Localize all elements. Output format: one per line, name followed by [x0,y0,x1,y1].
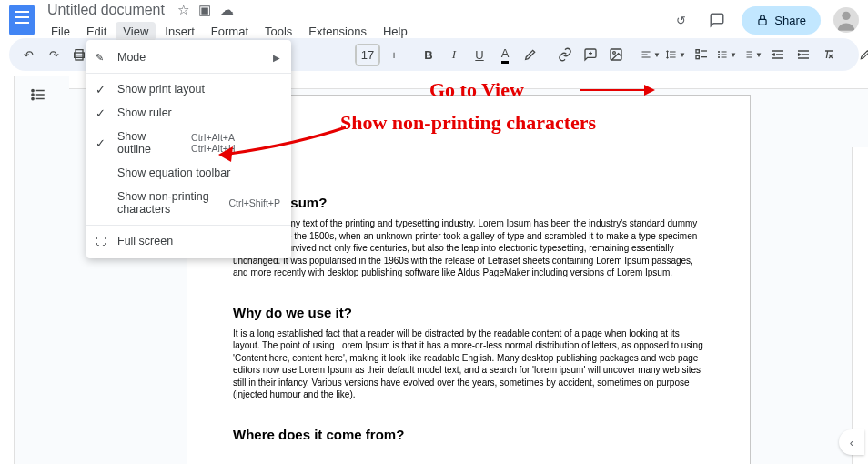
menu-insert[interactable]: Insert [157,22,202,41]
menu-separator [86,225,291,226]
star-icon[interactable]: ☆ [177,2,189,18]
bullet-list-button[interactable]: ▼ [715,43,739,66]
history-icon[interactable]: ↺ [669,8,692,32]
text-color-button[interactable]: A [493,43,517,66]
fullscreen-icon: ⛶ [96,236,106,247]
side-panel-toggle[interactable]: ‹ [839,429,864,455]
document-title[interactable]: Untitled document [44,0,168,20]
menu-view[interactable]: View [116,22,156,41]
ruler-vertical [0,76,15,464]
paragraph-1[interactable]: is simply dummy text of the printing and… [233,217,704,279]
svg-point-10 [719,57,720,58]
annotation-arrow-right [580,89,653,91]
menu-show-ruler-label: Show ruler [117,106,172,119]
submenu-icon: ▶ [273,53,280,63]
svg-point-13 [32,97,34,99]
numbered-list-button[interactable]: ▼ [741,43,764,66]
menu-show-outline-label: Show outline [117,130,182,156]
cloud-status-icon[interactable]: ☁ [220,2,234,18]
docs-app-icon[interactable] [9,5,35,35]
menu-help[interactable]: Help [376,22,415,41]
menu-mode[interactable]: ✎ Mode ▶ [86,45,291,69]
menu-show-nonprint-label: Show non-printing characters [117,190,219,216]
checklist-button[interactable] [690,43,713,66]
font-size-minus[interactable]: − [329,43,353,66]
editing-mode-button[interactable]: Editing ▼ [852,45,868,66]
menu-separator [86,73,291,74]
svg-point-8 [719,51,720,52]
side-panel [852,147,868,464]
menu-file[interactable]: File [44,22,77,41]
font-size-field[interactable]: 17 [355,44,380,66]
undo-button[interactable]: ↶ [16,43,40,66]
font-size-plus[interactable]: + [382,43,406,66]
menu-format[interactable]: Format [204,22,256,41]
svg-point-11 [32,89,34,91]
line-spacing-button[interactable]: ▼ [664,43,688,66]
menu-mode-label: Mode [117,51,146,64]
menu-show-non-printing[interactable]: Show non-printing characters Ctrl+Shift+… [86,185,291,221]
shortcut-label: Ctrl+Shift+P [228,197,280,208]
svg-point-1 [842,12,850,20]
svg-point-9 [719,54,720,55]
paragraph-2[interactable]: It is a long established fact that a rea… [233,328,704,401]
menu-show-print-layout[interactable]: ✓ Show print layout [86,77,291,101]
align-button[interactable]: ▼ [639,43,662,66]
check-icon: ✓ [96,106,106,120]
svg-rect-6 [696,50,699,53]
menu-edit[interactable]: Edit [79,22,114,41]
underline-button[interactable]: U [468,43,491,66]
comments-icon[interactable] [705,8,729,32]
check-icon: ✓ [96,83,106,96]
font-size-value[interactable]: 17 [356,45,379,65]
menu-show-print-label: Show print layout [117,83,205,96]
italic-button[interactable]: I [442,43,466,66]
heading-3[interactable]: Where does it come from? [233,427,704,442]
pencil-icon: ✎ [96,52,104,64]
share-label: Share [774,14,806,27]
svg-rect-0 [759,19,766,25]
menubar: File Edit View Insert Format Tools Exten… [44,22,415,41]
outline-toggle-button[interactable] [25,82,51,107]
svg-rect-7 [696,55,699,58]
menu-tools[interactable]: Tools [257,22,299,41]
indent-decrease-button[interactable] [766,43,790,66]
svg-point-12 [32,94,34,96]
heading-2[interactable]: Why do we use it? [233,305,704,320]
check-icon: ✓ [96,136,106,150]
heading-1[interactable]: Lorem Ipsum? [233,195,704,210]
titlebar: Untitled document ☆ ▣ ☁ File Edit View I… [0,0,868,35]
image-button[interactable] [604,43,628,66]
redo-button[interactable]: ↷ [42,43,66,66]
clear-format-button[interactable] [817,43,841,66]
account-avatar[interactable] [833,7,859,33]
menu-fullscreen-label: Full screen [117,235,173,247]
comment-button[interactable] [579,43,602,66]
highlight-button[interactable] [519,43,542,66]
share-button[interactable]: Share [742,6,821,35]
svg-point-5 [613,52,616,55]
link-button[interactable] [553,43,577,66]
move-icon[interactable]: ▣ [198,2,211,18]
menu-extensions[interactable]: Extensions [301,22,374,41]
menu-full-screen[interactable]: ⛶ Full screen [86,229,291,253]
indent-increase-button[interactable] [792,43,815,66]
bold-button[interactable]: B [417,43,440,66]
